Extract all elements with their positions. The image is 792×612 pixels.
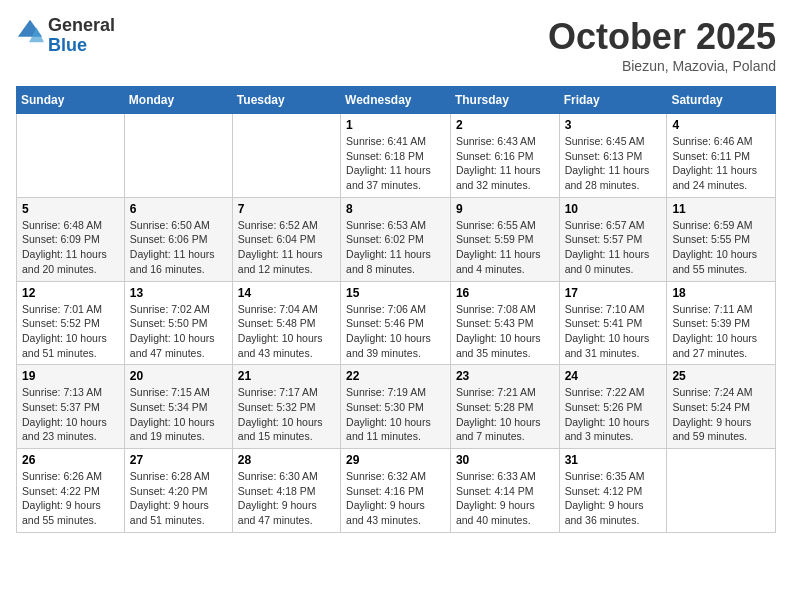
calendar-cell: 12Sunrise: 7:01 AM Sunset: 5:52 PM Dayli… — [17, 281, 125, 365]
calendar-cell: 4Sunrise: 6:46 AM Sunset: 6:11 PM Daylig… — [667, 114, 776, 198]
calendar-cell: 28Sunrise: 6:30 AM Sunset: 4:18 PM Dayli… — [232, 449, 340, 533]
day-info: Sunrise: 6:28 AM Sunset: 4:20 PM Dayligh… — [130, 469, 227, 528]
logo-text: General Blue — [48, 16, 115, 56]
day-number: 1 — [346, 118, 445, 132]
day-number: 14 — [238, 286, 335, 300]
calendar-cell: 23Sunrise: 7:21 AM Sunset: 5:28 PM Dayli… — [450, 365, 559, 449]
calendar-cell: 15Sunrise: 7:06 AM Sunset: 5:46 PM Dayli… — [341, 281, 451, 365]
day-number: 23 — [456, 369, 554, 383]
calendar-cell: 25Sunrise: 7:24 AM Sunset: 5:24 PM Dayli… — [667, 365, 776, 449]
calendar-cell: 26Sunrise: 6:26 AM Sunset: 4:22 PM Dayli… — [17, 449, 125, 533]
calendar-cell: 3Sunrise: 6:45 AM Sunset: 6:13 PM Daylig… — [559, 114, 667, 198]
day-info: Sunrise: 7:17 AM Sunset: 5:32 PM Dayligh… — [238, 385, 335, 444]
day-info: Sunrise: 7:24 AM Sunset: 5:24 PM Dayligh… — [672, 385, 770, 444]
day-number: 16 — [456, 286, 554, 300]
day-info: Sunrise: 7:22 AM Sunset: 5:26 PM Dayligh… — [565, 385, 662, 444]
calendar-cell — [667, 449, 776, 533]
calendar-week-row: 12Sunrise: 7:01 AM Sunset: 5:52 PM Dayli… — [17, 281, 776, 365]
day-info: Sunrise: 7:02 AM Sunset: 5:50 PM Dayligh… — [130, 302, 227, 361]
calendar-cell: 6Sunrise: 6:50 AM Sunset: 6:06 PM Daylig… — [124, 197, 232, 281]
day-number: 8 — [346, 202, 445, 216]
day-info: Sunrise: 6:26 AM Sunset: 4:22 PM Dayligh… — [22, 469, 119, 528]
day-number: 11 — [672, 202, 770, 216]
day-number: 24 — [565, 369, 662, 383]
day-info: Sunrise: 6:41 AM Sunset: 6:18 PM Dayligh… — [346, 134, 445, 193]
day-info: Sunrise: 7:11 AM Sunset: 5:39 PM Dayligh… — [672, 302, 770, 361]
day-number: 10 — [565, 202, 662, 216]
logo: General Blue — [16, 16, 115, 56]
day-number: 2 — [456, 118, 554, 132]
logo-icon — [16, 18, 44, 46]
calendar-cell: 31Sunrise: 6:35 AM Sunset: 4:12 PM Dayli… — [559, 449, 667, 533]
day-number: 17 — [565, 286, 662, 300]
day-info: Sunrise: 7:06 AM Sunset: 5:46 PM Dayligh… — [346, 302, 445, 361]
title-block: October 2025 Biezun, Mazovia, Poland — [548, 16, 776, 74]
day-number: 3 — [565, 118, 662, 132]
calendar-cell: 30Sunrise: 6:33 AM Sunset: 4:14 PM Dayli… — [450, 449, 559, 533]
day-info: Sunrise: 6:45 AM Sunset: 6:13 PM Dayligh… — [565, 134, 662, 193]
calendar-cell: 22Sunrise: 7:19 AM Sunset: 5:30 PM Dayli… — [341, 365, 451, 449]
calendar-header-row: SundayMondayTuesdayWednesdayThursdayFrid… — [17, 87, 776, 114]
month-title: October 2025 — [548, 16, 776, 58]
page-header: General Blue October 2025 Biezun, Mazovi… — [16, 16, 776, 74]
calendar-cell: 16Sunrise: 7:08 AM Sunset: 5:43 PM Dayli… — [450, 281, 559, 365]
day-info: Sunrise: 6:55 AM Sunset: 5:59 PM Dayligh… — [456, 218, 554, 277]
calendar-cell: 14Sunrise: 7:04 AM Sunset: 5:48 PM Dayli… — [232, 281, 340, 365]
calendar-cell: 21Sunrise: 7:17 AM Sunset: 5:32 PM Dayli… — [232, 365, 340, 449]
day-number: 22 — [346, 369, 445, 383]
day-info: Sunrise: 6:32 AM Sunset: 4:16 PM Dayligh… — [346, 469, 445, 528]
day-number: 25 — [672, 369, 770, 383]
calendar-cell: 1Sunrise: 6:41 AM Sunset: 6:18 PM Daylig… — [341, 114, 451, 198]
day-info: Sunrise: 7:15 AM Sunset: 5:34 PM Dayligh… — [130, 385, 227, 444]
logo-blue: Blue — [48, 36, 115, 56]
day-info: Sunrise: 6:53 AM Sunset: 6:02 PM Dayligh… — [346, 218, 445, 277]
day-number: 5 — [22, 202, 119, 216]
location: Biezun, Mazovia, Poland — [548, 58, 776, 74]
calendar-week-row: 1Sunrise: 6:41 AM Sunset: 6:18 PM Daylig… — [17, 114, 776, 198]
calendar-cell: 5Sunrise: 6:48 AM Sunset: 6:09 PM Daylig… — [17, 197, 125, 281]
day-number: 4 — [672, 118, 770, 132]
calendar-cell: 19Sunrise: 7:13 AM Sunset: 5:37 PM Dayli… — [17, 365, 125, 449]
calendar-cell: 29Sunrise: 6:32 AM Sunset: 4:16 PM Dayli… — [341, 449, 451, 533]
calendar-cell: 24Sunrise: 7:22 AM Sunset: 5:26 PM Dayli… — [559, 365, 667, 449]
day-number: 7 — [238, 202, 335, 216]
calendar-cell: 8Sunrise: 6:53 AM Sunset: 6:02 PM Daylig… — [341, 197, 451, 281]
calendar-week-row: 5Sunrise: 6:48 AM Sunset: 6:09 PM Daylig… — [17, 197, 776, 281]
calendar-cell: 18Sunrise: 7:11 AM Sunset: 5:39 PM Dayli… — [667, 281, 776, 365]
day-info: Sunrise: 7:19 AM Sunset: 5:30 PM Dayligh… — [346, 385, 445, 444]
day-info: Sunrise: 6:30 AM Sunset: 4:18 PM Dayligh… — [238, 469, 335, 528]
day-info: Sunrise: 6:46 AM Sunset: 6:11 PM Dayligh… — [672, 134, 770, 193]
day-number: 26 — [22, 453, 119, 467]
day-number: 12 — [22, 286, 119, 300]
day-info: Sunrise: 6:33 AM Sunset: 4:14 PM Dayligh… — [456, 469, 554, 528]
day-info: Sunrise: 7:10 AM Sunset: 5:41 PM Dayligh… — [565, 302, 662, 361]
day-number: 15 — [346, 286, 445, 300]
calendar-cell: 17Sunrise: 7:10 AM Sunset: 5:41 PM Dayli… — [559, 281, 667, 365]
calendar-week-row: 19Sunrise: 7:13 AM Sunset: 5:37 PM Dayli… — [17, 365, 776, 449]
calendar-cell — [124, 114, 232, 198]
calendar-cell — [232, 114, 340, 198]
day-number: 30 — [456, 453, 554, 467]
day-info: Sunrise: 6:43 AM Sunset: 6:16 PM Dayligh… — [456, 134, 554, 193]
calendar-cell: 11Sunrise: 6:59 AM Sunset: 5:55 PM Dayli… — [667, 197, 776, 281]
day-number: 6 — [130, 202, 227, 216]
calendar-cell: 20Sunrise: 7:15 AM Sunset: 5:34 PM Dayli… — [124, 365, 232, 449]
day-info: Sunrise: 7:01 AM Sunset: 5:52 PM Dayligh… — [22, 302, 119, 361]
calendar-day-header: Monday — [124, 87, 232, 114]
day-number: 13 — [130, 286, 227, 300]
calendar-week-row: 26Sunrise: 6:26 AM Sunset: 4:22 PM Dayli… — [17, 449, 776, 533]
day-number: 31 — [565, 453, 662, 467]
day-number: 21 — [238, 369, 335, 383]
calendar-cell — [17, 114, 125, 198]
calendar-day-header: Sunday — [17, 87, 125, 114]
calendar-day-header: Saturday — [667, 87, 776, 114]
day-info: Sunrise: 7:08 AM Sunset: 5:43 PM Dayligh… — [456, 302, 554, 361]
day-info: Sunrise: 6:50 AM Sunset: 6:06 PM Dayligh… — [130, 218, 227, 277]
calendar-cell: 2Sunrise: 6:43 AM Sunset: 6:16 PM Daylig… — [450, 114, 559, 198]
day-info: Sunrise: 6:57 AM Sunset: 5:57 PM Dayligh… — [565, 218, 662, 277]
day-info: Sunrise: 7:13 AM Sunset: 5:37 PM Dayligh… — [22, 385, 119, 444]
calendar-day-header: Tuesday — [232, 87, 340, 114]
calendar-cell: 13Sunrise: 7:02 AM Sunset: 5:50 PM Dayli… — [124, 281, 232, 365]
calendar-cell: 10Sunrise: 6:57 AM Sunset: 5:57 PM Dayli… — [559, 197, 667, 281]
day-info: Sunrise: 6:48 AM Sunset: 6:09 PM Dayligh… — [22, 218, 119, 277]
